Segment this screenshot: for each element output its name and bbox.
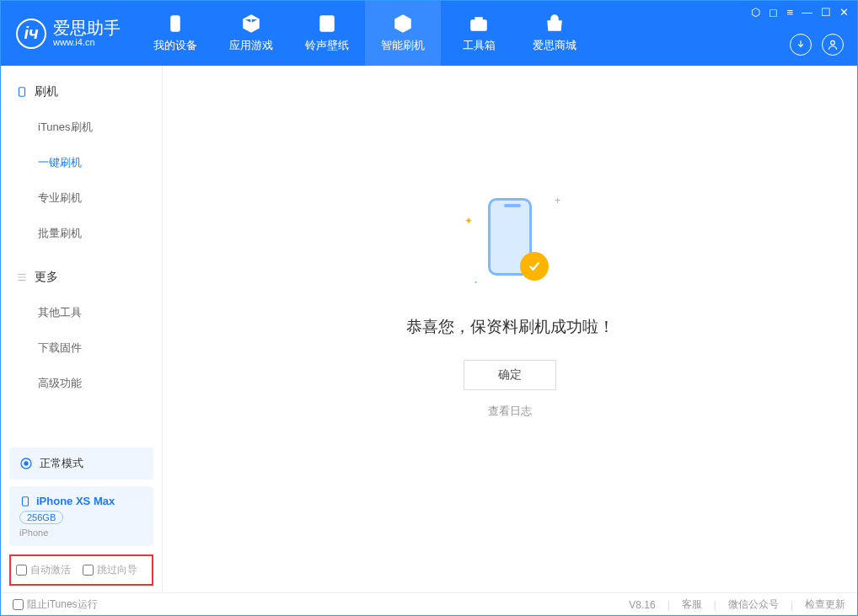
auto-activate-checkbox[interactable]: 自动激活 (16, 563, 71, 577)
svg-rect-8 (23, 496, 29, 506)
sidebar-item-批量刷机[interactable]: 批量刷机 (1, 216, 162, 251)
top-nav: 我的设备应用游戏铃声壁纸智能刷机工具箱爱思商城 (137, 1, 593, 66)
menu-icon[interactable]: ≡ (786, 6, 793, 19)
music-icon (317, 13, 337, 34)
check-badge-icon (520, 252, 549, 281)
svg-point-2 (400, 20, 406, 27)
sidebar: 刷机 iTunes刷机一键刷机专业刷机批量刷机 更多 其他工具下载固件高级功能 … (1, 66, 163, 592)
toolbox-icon (469, 13, 489, 34)
refresh-icon (393, 13, 413, 34)
footer-link-support[interactable]: 客服 (682, 597, 702, 612)
block-itunes-checkbox[interactable]: 阻止iTunes运行 (13, 597, 98, 612)
feedback-icon[interactable]: ◻ (769, 6, 778, 19)
app-url: www.i4.cn (53, 37, 121, 47)
nav-item-2[interactable]: 铃声壁纸 (289, 1, 365, 66)
status-label: 正常模式 (40, 456, 83, 471)
svg-rect-0 (171, 16, 180, 31)
logo-icon: iч (16, 19, 46, 49)
shop-icon (544, 13, 565, 34)
nav-item-4[interactable]: 工具箱 (441, 1, 517, 66)
maximize-icon[interactable]: ☐ (821, 6, 831, 19)
app-title: 爱思助手 (53, 19, 121, 37)
nav-item-3[interactable]: 智能刷机 (365, 1, 441, 66)
user-icon[interactable] (822, 34, 844, 56)
confirm-button[interactable]: 确定 (464, 360, 556, 390)
logo-section: iч 爱思助手 www.i4.cn (1, 1, 137, 66)
footer-link-wechat[interactable]: 微信公众号 (728, 597, 779, 612)
device-storage: 256GB (19, 511, 63, 524)
sidebar-item-高级功能[interactable]: 高级功能 (1, 366, 162, 401)
footer: 阻止iTunes运行 V8.16 | 客服 | 微信公众号 | 检查更新 (1, 592, 857, 616)
sidebar-item-专业刷机[interactable]: 专业刷机 (1, 180, 162, 216)
phone-icon (19, 495, 31, 507)
device-icon (16, 86, 28, 98)
svg-rect-3 (471, 20, 486, 30)
footer-link-update[interactable]: 检查更新 (805, 597, 845, 612)
device-card[interactable]: iPhone XS Max 256GB iPhone (9, 486, 153, 546)
app-header: iч 爱思助手 www.i4.cn 我的设备应用游戏铃声壁纸智能刷机工具箱爱思商… (1, 1, 857, 66)
status-card[interactable]: 正常模式 (9, 447, 153, 479)
version-label: V8.16 (629, 599, 655, 611)
options-highlight: 自动激活 跳过向导 (9, 554, 153, 586)
nav-item-5[interactable]: 爱思商城 (517, 1, 593, 66)
success-message: 恭喜您，保资料刷机成功啦！ (406, 316, 614, 338)
sidebar-section-flash: 刷机 (1, 74, 162, 110)
download-icon[interactable] (790, 34, 812, 56)
sidebar-item-其他工具[interactable]: 其他工具 (1, 295, 162, 330)
nav-item-1[interactable]: 应用游戏 (213, 1, 289, 66)
svg-point-7 (24, 462, 28, 465)
view-log-link[interactable]: 查看日志 (488, 404, 532, 419)
sidebar-item-下载固件[interactable]: 下载固件 (1, 330, 162, 366)
nav-item-0[interactable]: 我的设备 (137, 1, 213, 66)
list-icon (16, 271, 28, 283)
window-controls: ⬡ ◻ ≡ ― ☐ ✕ (751, 6, 849, 19)
main-content: ✦ + • 恭喜您，保资料刷机成功啦！ 确定 查看日志 (163, 66, 857, 592)
skin-icon[interactable]: ⬡ (751, 6, 760, 19)
minimize-icon[interactable]: ― (802, 6, 812, 19)
sidebar-section-more: 更多 (1, 260, 162, 295)
cube-icon (241, 13, 261, 34)
status-icon (19, 457, 33, 470)
svg-rect-5 (19, 88, 25, 97)
device-type: iPhone (19, 528, 143, 538)
svg-point-4 (831, 40, 835, 45)
svg-rect-1 (320, 16, 334, 31)
sidebar-item-iTunes刷机[interactable]: iTunes刷机 (1, 110, 162, 145)
skip-guide-checkbox[interactable]: 跳过向导 (83, 563, 137, 577)
sidebar-item-一键刷机[interactable]: 一键刷机 (1, 145, 162, 180)
success-illustration: ✦ + • (459, 190, 560, 291)
close-icon[interactable]: ✕ (839, 6, 849, 19)
device-icon (165, 13, 185, 34)
